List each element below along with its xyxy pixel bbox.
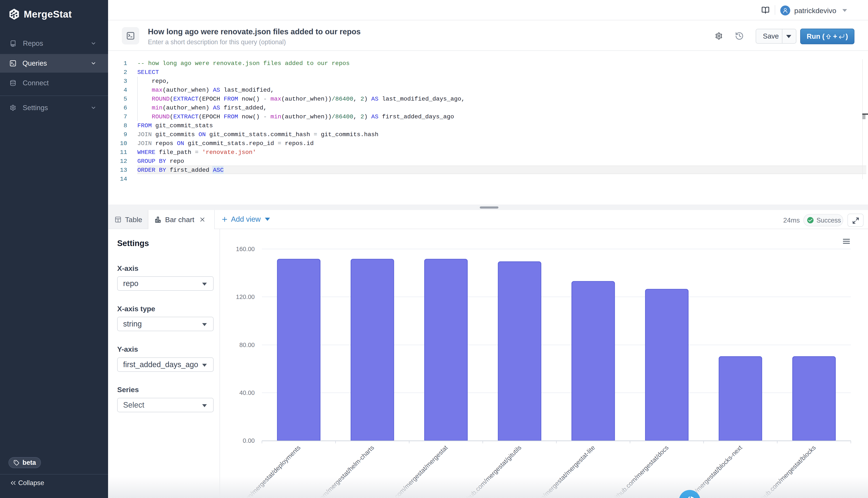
svg-text:80.00: 80.00	[239, 342, 255, 348]
svg-text:40.00: 40.00	[239, 389, 255, 396]
svg-text:160.00: 160.00	[236, 246, 255, 252]
svg-text:0.00: 0.00	[243, 437, 255, 444]
svg-text:120.00: 120.00	[236, 293, 255, 300]
